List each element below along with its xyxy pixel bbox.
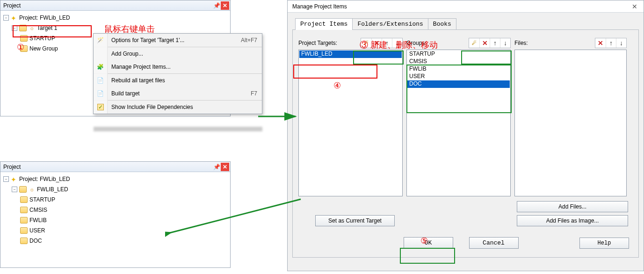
- target-label: Target 1: [37, 25, 57, 31]
- movedown-group-button[interactable]: ↓: [500, 38, 510, 48]
- tree-item-label: FWLIB: [29, 217, 47, 224]
- folder-icon: [20, 227, 28, 234]
- help-button[interactable]: Help: [579, 238, 629, 249]
- ctx-add-group[interactable]: Add Group...: [94, 47, 262, 60]
- add-files-as-image-button[interactable]: Add Files as Image...: [517, 215, 628, 226]
- collapse-icon[interactable]: −: [3, 15, 9, 21]
- dialog-body: Project Targets: ☄ ✕ ↑ ↓ FWLIB_LED Group…: [292, 29, 639, 258]
- ctx-label: Build target: [108, 90, 251, 97]
- set-current-target-button[interactable]: Set as Current Target: [315, 215, 395, 226]
- ctx-label: Show Include File Dependencies: [108, 104, 262, 110]
- check-icon: ✓: [97, 104, 104, 110]
- pin-icon[interactable]: 📌: [212, 163, 221, 171]
- ctx-rebuild-all[interactable]: 📄 Rebuild all target files: [94, 74, 262, 87]
- tab-folders-extensions[interactable]: Folders/Extensions: [352, 18, 428, 29]
- annotation-c4: ④: [333, 80, 341, 91]
- tree-item-label: STARTUP: [29, 35, 55, 42]
- groups-listbox[interactable]: STARTUP CMSIS FWLIB USER DOC: [406, 50, 511, 196]
- project-root[interactable]: − ✦ Project: FWLib_LED: [3, 174, 230, 184]
- dialog-tabbar: Project Items Folders/Extensions Books: [288, 13, 644, 29]
- close-icon[interactable]: ✕: [221, 163, 229, 171]
- manage-icon: 🧩: [97, 64, 104, 70]
- project-icon: ✦: [11, 176, 17, 182]
- tab-books[interactable]: Books: [428, 18, 456, 29]
- panel-title-text: Project: [3, 2, 21, 9]
- target-gear-icon: ☼: [29, 25, 35, 31]
- moveup-file-button[interactable]: ↑: [606, 38, 616, 48]
- folder-icon: [20, 196, 28, 203]
- delete-group-button[interactable]: ✕: [479, 38, 490, 48]
- collapse-icon[interactable]: −: [12, 187, 17, 192]
- root-label: Project: FWLib_LED: [19, 176, 70, 182]
- annotation-c3: ③ 新建、删除、移动: [360, 39, 438, 50]
- ctx-shortcut: Alt+F7: [241, 37, 262, 43]
- movedown-file-button[interactable]: ↓: [616, 38, 626, 48]
- targets-column: Project Targets: ☄ ✕ ↑ ↓ FWLIB_LED: [298, 37, 403, 196]
- ctx-label: Options for Target 'Target 1'...: [108, 37, 241, 43]
- collapse-icon[interactable]: −: [3, 176, 9, 182]
- folder-icon: [19, 25, 27, 31]
- ctx-manage-project-items[interactable]: 🧩 Manage Project Items...: [94, 60, 262, 73]
- list-item[interactable]: FWLIB_LED: [299, 50, 402, 58]
- ctx-options-for-target[interactable]: 🪄 Options for Target 'Target 1'... Alt+F…: [94, 34, 262, 47]
- arrow-menu-to-dialog: [258, 110, 300, 124]
- wand-icon: 🪄: [97, 37, 104, 43]
- moveup-group-button[interactable]: ↑: [490, 38, 500, 48]
- annotation-c1: ①: [17, 42, 24, 52]
- pin-icon[interactable]: 📌: [212, 1, 221, 10]
- project-panel1-titlebar: Project 📌 ✕: [0, 0, 230, 11]
- tree-item-label: CMSIS: [29, 207, 47, 213]
- list-item[interactable]: STARTUP: [407, 50, 510, 58]
- project-panel2-titlebar: Project 📌 ✕: [0, 162, 230, 172]
- close-icon[interactable]: ✕: [221, 1, 229, 10]
- ctx-show-include-deps[interactable]: ✓ Show Include File Dependencies: [94, 101, 262, 114]
- project-icon: ✦: [11, 14, 17, 21]
- ctx-shortcut: F7: [251, 90, 262, 97]
- files-listbox[interactable]: [514, 50, 627, 196]
- menu-shadow: [94, 127, 262, 131]
- folder-icon: [20, 217, 28, 224]
- folder-icon: [20, 35, 28, 42]
- ctx-build-target[interactable]: 📄 Build target F7: [94, 87, 262, 100]
- tree-item-label: New Group: [29, 45, 58, 52]
- target-label: FWLIB_LED: [37, 186, 68, 193]
- svg-line-1: [170, 199, 301, 233]
- add-files-button[interactable]: Add Files...: [517, 201, 628, 212]
- folder-icon: [19, 186, 27, 193]
- files-label: Files:: [514, 40, 528, 46]
- list-item[interactable]: DOC: [407, 80, 510, 88]
- collapse-icon[interactable]: −: [12, 25, 17, 31]
- tree-item-label: USER: [29, 227, 45, 234]
- annotation-c5: ⑤: [420, 236, 428, 246]
- dialog-titlebar: Manage Project Items ✕: [288, 0, 644, 13]
- folder-icon: [20, 207, 28, 213]
- ok-button[interactable]: OK: [404, 237, 453, 249]
- cancel-button[interactable]: Cancel: [469, 237, 519, 249]
- dialog-close-button[interactable]: ✕: [628, 2, 642, 11]
- ctx-label: Add Group...: [108, 50, 262, 57]
- folder-icon: [20, 238, 28, 244]
- manage-project-items-dialog: Manage Project Items ✕ Project Items Fol…: [287, 0, 644, 271]
- files-column: Files: ✕ ↑ ↓: [514, 37, 627, 196]
- tree-item-label: DOC: [29, 238, 42, 244]
- rebuild-icon: 📄: [97, 77, 104, 84]
- arrow-dialog-to-tree: [165, 198, 305, 240]
- target-gear-icon: ☼: [29, 186, 35, 193]
- dialog-title-text: Manage Project Items: [292, 3, 347, 10]
- list-item[interactable]: CMSIS: [407, 58, 510, 65]
- tab-project-items[interactable]: Project Items: [295, 18, 353, 29]
- targets-label: Project Targets:: [298, 40, 337, 46]
- targets-listbox[interactable]: FWLIB_LED: [298, 50, 403, 196]
- context-menu: 🪄 Options for Target 'Target 1'... Alt+F…: [93, 33, 262, 114]
- groups-column: Groups: ☄ ✕ ↑ ↓ STARTUP CMSIS FWLIB USER…: [406, 37, 511, 196]
- project-root[interactable]: − ✦ Project: FWLib_LED: [3, 13, 230, 23]
- files-toolbar: ✕ ↑ ↓: [595, 38, 627, 48]
- list-item[interactable]: FWLIB: [407, 65, 510, 73]
- list-item[interactable]: USER: [407, 73, 510, 80]
- new-group-button[interactable]: ☄: [469, 38, 479, 48]
- panel-title-text: Project: [3, 164, 21, 170]
- delete-file-button[interactable]: ✕: [595, 38, 606, 48]
- target-node[interactable]: − ☼ FWLIB_LED: [3, 184, 230, 195]
- root-label: Project: FWLib_LED: [19, 14, 70, 21]
- ctx-label: Rebuild all target files: [108, 77, 262, 84]
